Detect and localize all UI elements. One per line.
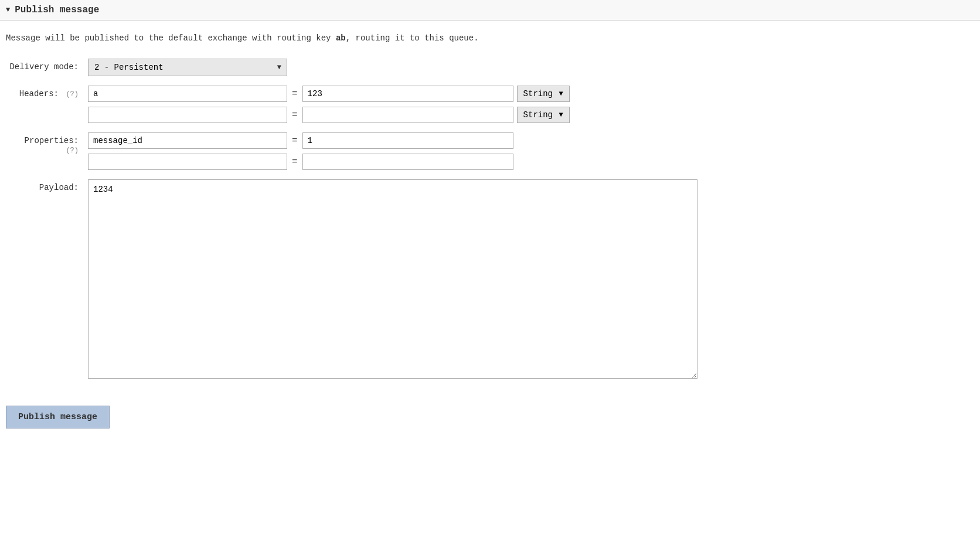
payload-row: Payload: 1234	[6, 179, 968, 379]
property-equals-2: =	[291, 157, 299, 167]
headers-controls: = String ▼ = String ▼	[88, 86, 968, 123]
publish-message-button[interactable]: Publish message	[6, 406, 110, 428]
info-text-prefix: Message will be published to the default…	[6, 33, 336, 43]
section-header[interactable]: ▼ Publish message	[0, 0, 980, 21]
equals-sign-1: =	[291, 89, 299, 99]
headers-help-icon[interactable]: (?)	[66, 90, 79, 98]
payload-label: Payload:	[6, 179, 88, 192]
property-value-input-2[interactable]	[302, 154, 513, 170]
header-type-label-1: String	[523, 89, 553, 98]
routing-key: ab	[336, 33, 346, 43]
header-key-input-1[interactable]	[88, 86, 287, 102]
property-key-input-1[interactable]	[88, 132, 287, 149]
header-row-2: = String ▼	[88, 107, 968, 123]
properties-label: Properties: (?)	[6, 132, 88, 155]
properties-row: Properties: (?) = =	[6, 132, 968, 170]
delivery-mode-row: Delivery mode: 1 - Non-persistent 2 - Pe…	[6, 59, 968, 76]
header-type-label-2: String	[523, 110, 553, 120]
property-row-1: =	[88, 132, 968, 149]
properties-controls: = =	[88, 132, 968, 170]
equals-sign-2: =	[291, 110, 299, 120]
info-text: Message will be published to the default…	[6, 32, 968, 45]
headers-row: Headers: (?) = String ▼ =	[6, 86, 968, 123]
property-equals-1: =	[291, 135, 299, 146]
delivery-mode-select-wrapper: 1 - Non-persistent 2 - Persistent	[88, 59, 287, 76]
header-type-arrow-1: ▼	[559, 90, 563, 98]
property-value-input-1[interactable]	[302, 132, 513, 149]
property-row-2: =	[88, 154, 968, 170]
info-text-suffix: , routing it to this queue.	[346, 33, 479, 43]
properties-help-icon[interactable]: (?)	[66, 147, 79, 155]
header-value-input-2[interactable]	[302, 107, 513, 123]
header-key-input-2[interactable]	[88, 107, 287, 123]
section-body: Message will be published to the default…	[0, 21, 980, 400]
header-value-input-1[interactable]	[302, 86, 513, 102]
headers-label: Headers: (?)	[6, 86, 88, 98]
page-container: ▼ Publish message Message will be publis…	[0, 0, 980, 428]
header-type-dropdown-1[interactable]: String ▼	[517, 86, 570, 102]
section-title: Publish message	[15, 5, 99, 15]
delivery-mode-label: Delivery mode:	[6, 59, 88, 72]
header-type-dropdown-2[interactable]: String ▼	[517, 107, 570, 123]
property-key-input-2[interactable]	[88, 154, 287, 170]
payload-textarea[interactable]: 1234	[88, 179, 697, 379]
button-row: Publish message	[0, 406, 980, 428]
header-row-1: = String ▼	[88, 86, 968, 102]
delivery-mode-select[interactable]: 1 - Non-persistent 2 - Persistent	[88, 59, 287, 76]
header-type-arrow-2: ▼	[559, 111, 563, 119]
chevron-icon: ▼	[6, 6, 10, 14]
